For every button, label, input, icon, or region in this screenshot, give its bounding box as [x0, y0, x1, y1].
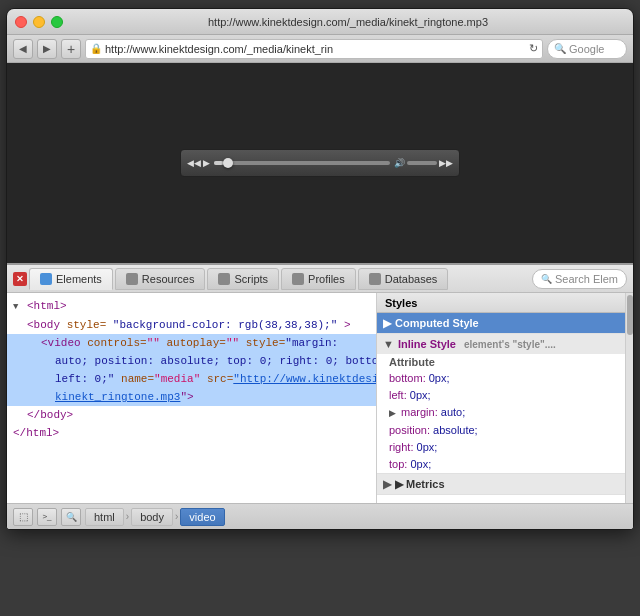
close-button[interactable]	[15, 16, 27, 28]
close-devtools-button[interactable]: ✕	[13, 272, 27, 286]
inline-triangle: ▼	[383, 338, 394, 350]
elements-icon	[40, 273, 52, 285]
mute-button[interactable]: 🔊	[394, 158, 405, 168]
tab-resources-label: Resources	[142, 273, 195, 285]
attr-controls-val: ""	[147, 337, 160, 349]
prev-button[interactable]: ◀◀	[187, 158, 201, 168]
devtools-toolbar: ✕ Elements Resources Scripts Profiles Da…	[7, 265, 633, 293]
inspect-icon: ⬚	[19, 511, 28, 522]
media-player[interactable]: ◀◀ ▶ 🔊 ▶▶	[180, 149, 460, 177]
prop-position: position: absolute;	[377, 422, 625, 439]
devtools-panel: ✕ Elements Resources Scripts Profiles Da…	[7, 263, 633, 529]
attr-style-val: "background-color: rgb(38,38,38);"	[113, 319, 337, 331]
inline-style-header[interactable]: ▼ Inline Style element's "style"....	[377, 334, 625, 354]
breadcrumb-body[interactable]: body	[131, 508, 173, 526]
prop-val-bottom: 0px;	[429, 372, 450, 384]
metrics-header[interactable]: ▶ ▶ Metrics	[377, 474, 625, 494]
prop-name-left: left:	[389, 389, 410, 401]
computed-style-label: Computed Style	[395, 317, 479, 329]
tag-body-open: <body	[27, 319, 60, 331]
databases-icon	[369, 273, 381, 285]
tab-databases[interactable]: Databases	[358, 268, 449, 290]
styles-header-label: Styles	[385, 297, 417, 309]
tag-html-end: </html>	[13, 427, 59, 439]
computed-style-header[interactable]: ▶ Computed Style	[377, 313, 625, 333]
search-button[interactable]: 🔍	[61, 508, 81, 526]
html-panel: ▼ <html> <body style= "background-color:…	[7, 293, 377, 503]
search-icon: 🔍	[554, 43, 566, 54]
volume-bar[interactable]	[407, 161, 437, 165]
minimize-button[interactable]	[33, 16, 45, 28]
search-bar[interactable]: 🔍 Google	[547, 39, 627, 59]
inline-sub-label: element's "style"....	[464, 339, 556, 350]
tag-video: <video	[41, 337, 81, 349]
attr-src-val-link2[interactable]: kinekt_ringtone.mp3	[55, 391, 180, 403]
prop-left: left: 0px;	[377, 387, 625, 404]
devtools-search-bar[interactable]: 🔍 Search Elem	[532, 269, 627, 289]
styles-panel: Styles ▶ Computed Style ▼ Inline Styl	[377, 293, 625, 503]
scrollbar-thumb[interactable]	[627, 295, 633, 335]
prop-name-margin: margin:	[401, 406, 441, 418]
html-line-2: <body style= "background-color: rgb(38,3…	[7, 316, 376, 334]
add-tab-button[interactable]: +	[61, 39, 81, 59]
title-bar: http://www.kinektdesign.com/_media/kinek…	[7, 9, 633, 35]
refresh-button[interactable]: ↻	[529, 42, 538, 55]
breadcrumb-video[interactable]: video	[180, 508, 224, 526]
maximize-button[interactable]	[51, 16, 63, 28]
attr-name2: name=	[121, 373, 154, 385]
window-controls	[15, 16, 63, 28]
tab-profiles[interactable]: Profiles	[281, 268, 356, 290]
forward-button[interactable]: ▶	[37, 39, 57, 59]
browser-window: http://www.kinektdesign.com/_media/kinek…	[6, 8, 634, 530]
attr-style2: style=	[246, 337, 286, 349]
volume-control[interactable]: 🔊 ▶▶	[394, 158, 453, 168]
attr-src-close: ">	[180, 391, 193, 403]
prop-margin[interactable]: ▶ margin: auto;	[377, 404, 625, 422]
expand-triangle[interactable]: ▶	[389, 408, 396, 418]
next-button[interactable]: ▶▶	[439, 158, 453, 168]
attribute-label: Attribute	[377, 354, 625, 370]
html-line-3: <video controls="" autoplay="" style="ma…	[7, 334, 376, 352]
breadcrumb-arrow-2: ›	[173, 511, 180, 522]
tab-scripts-label: Scripts	[234, 273, 268, 285]
html-line-7: </body>	[7, 406, 376, 424]
tab-resources[interactable]: Resources	[115, 268, 206, 290]
nav-bar: ◀ ▶ + 🔒 http://www.kinektdesign.com/_med…	[7, 35, 633, 63]
console-button[interactable]: >_	[37, 508, 57, 526]
tag-body-close: >	[344, 319, 351, 331]
tag-body-end: </body>	[27, 409, 73, 421]
devtools-body: ▼ <html> <body style= "background-color:…	[7, 293, 633, 503]
html-line-1: ▼ <html>	[7, 297, 376, 316]
tab-scripts[interactable]: Scripts	[207, 268, 279, 290]
tab-elements-label: Elements	[56, 273, 102, 285]
styles-header: Styles	[377, 293, 625, 313]
html-line-8: </html>	[7, 424, 376, 442]
html-line-4: auto; position: absolute; top: 0; right:…	[7, 352, 376, 370]
attr-style: style=	[67, 319, 107, 331]
play-button[interactable]: ▶	[203, 158, 210, 168]
inline-style-label: Inline Style	[398, 338, 456, 350]
play-controls[interactable]: ◀◀ ▶	[187, 158, 210, 168]
back-button[interactable]: ◀	[13, 39, 33, 59]
html-line-6: kinekt_ringtone.mp3">	[7, 388, 376, 406]
metrics-triangle: ▶	[383, 478, 391, 491]
address-bar[interactable]: 🔒 http://www.kinektdesign.com/_media/kin…	[85, 39, 543, 59]
prop-bottom: bottom: 0px;	[377, 370, 625, 387]
search-icon-breadcrumb: 🔍	[66, 512, 77, 522]
styles-scrollbar[interactable]	[625, 293, 633, 503]
computed-triangle: ▶	[383, 317, 391, 330]
tab-elements[interactable]: Elements	[29, 268, 113, 290]
attr-src-val-link[interactable]: "http://www.kinektdesign.com/_media/	[233, 373, 377, 385]
address-text: http://www.kinektdesign.com/_media/kinek…	[105, 43, 526, 55]
inspect-button[interactable]: ⬚	[13, 508, 33, 526]
scripts-icon	[218, 273, 230, 285]
progress-bar[interactable]	[214, 161, 390, 165]
metrics-label: ▶ Metrics	[395, 478, 445, 491]
prop-val-left: 0px;	[410, 389, 431, 401]
breadcrumb-html[interactable]: html	[85, 508, 124, 526]
prop-name-bottom: bottom:	[389, 372, 429, 384]
html-line-5: left: 0;" name="media" src="http://www.k…	[7, 370, 376, 388]
progress-thumb[interactable]	[223, 158, 233, 168]
attr-src: src=	[207, 373, 233, 385]
content-area: ◀◀ ▶ 🔊 ▶▶	[7, 63, 633, 263]
